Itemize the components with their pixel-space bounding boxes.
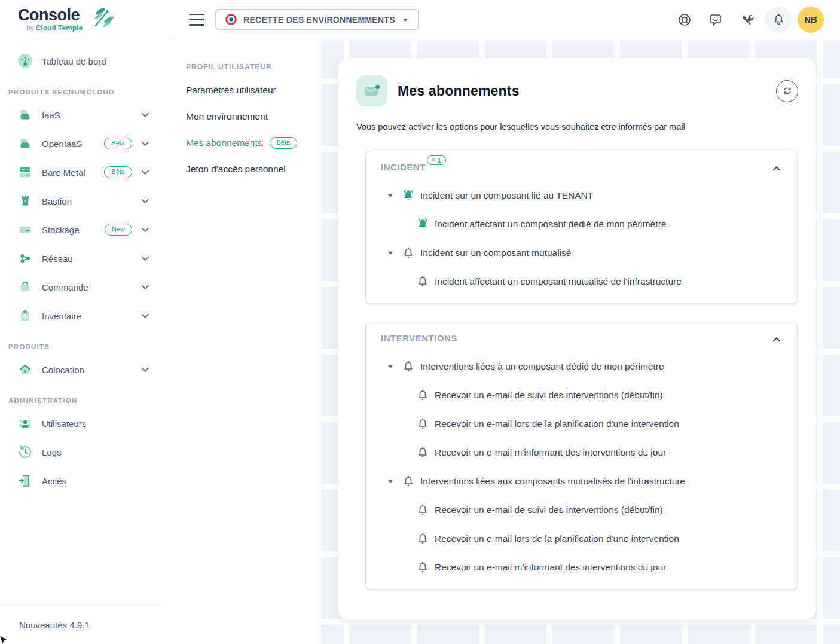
bell-inactive-icon[interactable] bbox=[416, 388, 430, 402]
sidebar-item-label: Inventaire bbox=[42, 311, 81, 321]
sidebar-item-openiaas[interactable]: OpenIaaSBêta bbox=[0, 129, 166, 158]
panel-header-interventions[interactable]: INTERVENTIONS bbox=[366, 322, 797, 344]
subscription-label: Interventions liées à un composant dédié… bbox=[420, 361, 664, 372]
subnav-items: Paramètres utilisateurMon environnementM… bbox=[186, 77, 320, 182]
panel-title: INTERVENTIONS bbox=[381, 333, 457, 344]
environment-selector-button[interactable]: RECETTE DES ENVIRONNEMMENTS bbox=[215, 9, 419, 30]
bell-inactive-icon[interactable] bbox=[416, 532, 430, 546]
caret-down-icon[interactable] bbox=[387, 363, 394, 370]
sidebar-item-label: Commande bbox=[42, 282, 88, 292]
cloud-icon bbox=[17, 135, 33, 152]
whats-new-link[interactable]: Nouveautés 4.9.1 bbox=[0, 606, 166, 644]
bell-inactive-icon[interactable] bbox=[416, 560, 430, 575]
sidebar-item-logs[interactable]: Logs bbox=[0, 438, 166, 466]
sidebar-item-label: IaaS bbox=[42, 110, 60, 120]
page-subtitle: Vous pouvez activer les options pour les… bbox=[338, 106, 816, 132]
collapse-chevron-icon[interactable] bbox=[772, 164, 781, 173]
bell-icon bbox=[772, 13, 786, 26]
subscription-row[interactable]: Incident affectant un composant mutualis… bbox=[366, 267, 797, 296]
bell-inactive-icon[interactable] bbox=[401, 359, 416, 374]
panel-interventions: INTERVENTIONS Interventions liées à un c… bbox=[365, 322, 798, 590]
hamburger-menu-icon[interactable] bbox=[189, 14, 204, 26]
chevron-down-icon bbox=[140, 139, 150, 148]
subscription-label: Recevoir un e-mail lors de la planificat… bbox=[435, 419, 679, 429]
sidebar-item-label: Tableau de bord bbox=[42, 56, 106, 66]
bell-inactive-icon[interactable] bbox=[416, 417, 430, 431]
notification-count-badge: 1 bbox=[427, 155, 446, 165]
support-lifebuoy-icon[interactable] bbox=[677, 13, 692, 27]
bell-icon bbox=[430, 157, 436, 163]
bell-inactive-icon[interactable] bbox=[401, 474, 416, 489]
subscription-row[interactable]: Interventions liées à un composant dédié… bbox=[366, 352, 797, 381]
subscription-row[interactable]: Interventions liées aux composants mutua… bbox=[366, 467, 797, 496]
subscription-label: Recevoir un e-mail lors de la planificat… bbox=[435, 533, 679, 544]
sidebar-nav: Tableau de bordPRODUITS SECNUMCLOUDIaaSO… bbox=[0, 39, 166, 606]
brand-byline: byCloud Temple bbox=[18, 24, 83, 32]
page-title: Mes abonnements bbox=[398, 83, 520, 99]
subnav-item-label: Mon environnement bbox=[186, 111, 268, 122]
subnav-item-parametres-utilisateur[interactable]: Paramètres utilisateur bbox=[186, 77, 320, 103]
sidebar-item-iaas[interactable]: IaaS bbox=[0, 100, 166, 129]
subnav-item-mon-environnement[interactable]: Mon environnement bbox=[186, 103, 320, 130]
door-icon bbox=[17, 472, 33, 489]
brand-logo[interactable]: Console byCloud Temple bbox=[0, 0, 166, 39]
sidebar-item-stockage[interactable]: StockageNew bbox=[0, 215, 166, 244]
refresh-button[interactable] bbox=[776, 80, 798, 102]
subscription-row[interactable]: Incident sur un composant mutualisé bbox=[366, 239, 797, 267]
subscription-label: Recevoir un e-mail de suivi des interven… bbox=[435, 505, 663, 515]
sidebar-item-bare-metal[interactable]: Bare MetalBêta bbox=[0, 158, 166, 187]
subnav-item-jeton-d-acces-personnel[interactable]: Jeton d'accès personnel bbox=[186, 156, 320, 182]
bell-active-icon[interactable] bbox=[416, 217, 430, 231]
panel-incident: INCIDENT1 Incident sur un composant lié … bbox=[365, 151, 798, 304]
sidebar-item-inventaire[interactable]: Inventaire bbox=[0, 301, 166, 330]
sidebar-item-commande[interactable]: Commande bbox=[0, 273, 166, 301]
mail-subscription-icon bbox=[356, 75, 387, 106]
tools-icon[interactable] bbox=[740, 13, 754, 27]
sidebar-section-label: PRODUITS SECNUMCLOUD bbox=[0, 75, 166, 100]
users-icon bbox=[17, 415, 33, 432]
sidebar-item-colocation[interactable]: Colocation bbox=[0, 355, 166, 384]
subscriptions-card: Mes abonnements Vous pouvez activer les … bbox=[338, 58, 816, 620]
subscription-row[interactable]: Incident affectant un composant dédié de… bbox=[366, 210, 797, 239]
bell-active-icon[interactable] bbox=[401, 188, 416, 203]
caret-down-icon bbox=[402, 16, 409, 23]
mouse-cursor bbox=[0, 636, 8, 644]
collapse-chevron-icon[interactable] bbox=[772, 335, 781, 344]
panel-header-incident[interactable]: INCIDENT1 bbox=[366, 151, 797, 173]
subscription-row[interactable]: Recevoir un e-mail de suivi des interven… bbox=[366, 381, 797, 410]
sidebar-item-utilisateurs[interactable]: Utilisateurs bbox=[0, 409, 166, 438]
chevron-down-icon bbox=[140, 225, 150, 234]
subnav-item-label: Paramètres utilisateur bbox=[186, 85, 276, 96]
caret-down-icon[interactable] bbox=[387, 249, 394, 257]
subscription-row[interactable]: Recevoir un e-mail m'informant des inter… bbox=[366, 438, 797, 467]
caret-down-icon[interactable] bbox=[387, 192, 394, 199]
sidebar-section-label: ADMINISTRATION bbox=[0, 384, 166, 409]
user-avatar[interactable]: NB bbox=[798, 7, 824, 33]
subscription-row[interactable]: Recevoir un e-mail lors de la planificat… bbox=[366, 410, 797, 438]
feedback-bubble-icon[interactable] bbox=[708, 13, 723, 27]
subscription-row[interactable]: Recevoir un e-mail lors de la planificat… bbox=[366, 524, 797, 553]
subnav-item-mes-abonnements[interactable]: Mes abonnementsBêta bbox=[186, 130, 320, 156]
subscription-label: Recevoir un e-mail m'informant des inter… bbox=[435, 447, 666, 458]
sidebar-item-label: OpenIaaS bbox=[42, 139, 83, 149]
sidebar-item-reseau[interactable]: Réseau bbox=[0, 244, 166, 273]
subscription-row[interactable]: Incident sur un composant lié au TENANT bbox=[366, 181, 797, 210]
caret-down-icon[interactable] bbox=[387, 478, 394, 485]
bell-inactive-icon[interactable] bbox=[401, 246, 416, 260]
beta-badge: Bêta bbox=[104, 166, 132, 178]
sidebar-item-label: Bastion bbox=[42, 196, 72, 206]
notifications-button[interactable] bbox=[765, 7, 792, 33]
subscription-row[interactable]: Recevoir un e-mail m'informant des inter… bbox=[366, 553, 797, 582]
sidebar-item-bastion[interactable]: Bastion bbox=[0, 187, 166, 215]
dashboard-icon bbox=[17, 53, 33, 69]
roundel-icon bbox=[225, 14, 237, 25]
chevron-down-icon bbox=[140, 254, 150, 263]
chevron-down-icon bbox=[140, 196, 150, 206]
bell-inactive-icon[interactable] bbox=[416, 503, 430, 517]
chevron-down-icon bbox=[140, 365, 150, 374]
sidebar-item-tableau-de-bord[interactable]: Tableau de bord bbox=[0, 47, 166, 75]
bell-inactive-icon[interactable] bbox=[416, 274, 430, 289]
bell-inactive-icon[interactable] bbox=[416, 445, 430, 460]
sidebar-item-acces[interactable]: Accès bbox=[0, 466, 166, 495]
subscription-row[interactable]: Recevoir un e-mail de suivi des interven… bbox=[366, 496, 797, 524]
